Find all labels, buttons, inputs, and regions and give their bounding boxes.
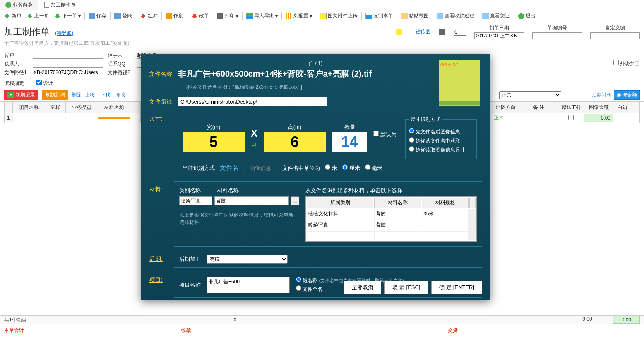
- void-button[interactable]: 作废: [163, 12, 185, 20]
- byamount-button[interactable]: ◉ 按金额: [614, 90, 640, 100]
- unit-m[interactable]: 米: [325, 164, 337, 172]
- next-icon: [54, 13, 61, 19]
- projectname-input[interactable]: 非凡广告+600: [207, 277, 290, 293]
- columns-button[interactable]: 列配置▾: [284, 12, 314, 20]
- total-amount: 0.00: [613, 316, 640, 324]
- unit-cm[interactable]: 厘米: [342, 164, 360, 172]
- upload-button[interactable]: 图文附件上传: [318, 12, 360, 20]
- add-record-button[interactable]: + 新增记录: [4, 90, 38, 100]
- recog-opt3[interactable]: 始终读取图像信息尺寸: [409, 146, 473, 154]
- width-input[interactable]: [183, 132, 245, 152]
- material-browse-button[interactable]: …: [291, 196, 299, 205]
- default1-check[interactable]: 默认为 1: [373, 131, 399, 145]
- date-input[interactable]: [474, 32, 524, 39]
- cancel-button[interactable]: 取 消 [ESC]: [384, 281, 428, 294]
- material-row[interactable]: 喷绘写真背胶: [307, 220, 476, 230]
- multi-material-label: 从文件名识别出多种材料，单击以下选择: [305, 187, 477, 194]
- new-button[interactable]: 新单: [2, 12, 24, 20]
- prev-icon: [26, 13, 33, 19]
- total-items: 共1个项目: [4, 316, 27, 324]
- viewvoucher-button[interactable]: 查看凭证: [480, 12, 512, 20]
- height-input[interactable]: [264, 132, 326, 152]
- col-edge[interactable]: 白边: [613, 102, 632, 113]
- tab-guide[interactable]: 业务向导: [0, 0, 38, 10]
- doc-icon: [44, 2, 49, 8]
- viewpay-button[interactable]: 查看收款过程: [435, 12, 476, 20]
- custom-label: 自定义编: [605, 24, 625, 31]
- col-note[interactable]: 备 注: [520, 102, 557, 113]
- col-image[interactable]: 图样: [45, 102, 66, 113]
- tab-order[interactable]: 加工制作单: [39, 0, 81, 10]
- height-label: 高(m): [288, 123, 302, 131]
- filepath-label: 文件路径: [149, 98, 178, 106]
- paste-button[interactable]: 粘贴截图: [399, 12, 431, 20]
- date-label: 制单日期: [489, 24, 509, 31]
- recog-opt2[interactable]: 始终从文件名中获取: [409, 137, 473, 145]
- outsource-check[interactable]: 外协加工: [613, 61, 640, 67]
- more-link[interactable]: 更多: [116, 92, 126, 99]
- category-input[interactable]: [179, 196, 212, 205]
- exit-button[interactable]: 退出: [516, 12, 538, 20]
- col-imgamt[interactable]: 图像金额: [584, 102, 613, 113]
- ok-button[interactable]: 确 定 [ENTER]: [431, 281, 482, 294]
- x-symbol: X: [251, 128, 257, 139]
- data-grid-right: 出图方向 备 注 赠送[F4] 图像金额 白边 正常 0.00: [491, 102, 640, 123]
- postproc-select[interactable]: 亮膜: [207, 255, 288, 264]
- qq-label: 联系QQ: [108, 60, 132, 68]
- material-table[interactable]: 所属类别材料名称材料规格 晗晗文化材料背胶35米 喷绘写真背胶: [305, 196, 477, 242]
- col-material[interactable]: 材料名称: [98, 102, 130, 113]
- prev-button[interactable]: 上一单: [24, 12, 51, 20]
- copy-button[interactable]: 复制本单: [363, 12, 395, 20]
- main-toolbar: 新单 上一单 下一单▾ 保存 登账 红冲 作废 改单 打印▾ 导入导出▾ 列配置…: [0, 10, 644, 22]
- projectname-label: 项目名称: [179, 281, 201, 289]
- postcalc-link[interactable]: 后期计价: [592, 92, 612, 99]
- page-title: 加工制作单: [4, 26, 50, 38]
- docno-input[interactable]: [532, 32, 582, 39]
- customer-label: 客户: [4, 52, 29, 59]
- modify-icon: [191, 13, 198, 19]
- material-row[interactable]: 晗晗文化材料背胶35米: [307, 209, 476, 219]
- status-select[interactable]: 正常: [499, 91, 561, 99]
- filepath-input[interactable]: [178, 97, 327, 106]
- thumbnail: 招商不动产: [439, 60, 480, 106]
- status-sub[interactable]: (待登账): [55, 30, 73, 36]
- save-button[interactable]: 保存: [87, 12, 108, 20]
- custom-input[interactable]: [590, 32, 640, 39]
- onekey-link[interactable]: 一键传图: [411, 28, 430, 35]
- movedown-link[interactable]: 下移↓: [101, 92, 113, 99]
- gift-check[interactable]: [568, 115, 574, 120]
- col-biztype[interactable]: 业务类型: [66, 102, 98, 113]
- delete-link[interactable]: 删除: [72, 92, 82, 99]
- grid-row-right[interactable]: 正常 0.00: [491, 113, 639, 123]
- design-check[interactable]: 设计: [36, 80, 53, 87]
- next-button[interactable]: 下一单▾: [52, 12, 83, 20]
- moveup-link[interactable]: 上移↑: [85, 92, 97, 99]
- material-input[interactable]: [214, 196, 289, 205]
- recog-opt1[interactable]: 先文件名后图像信息: [409, 128, 473, 135]
- copy-add-button[interactable]: 复制新增: [42, 90, 68, 100]
- modify-button[interactable]: 改单: [189, 12, 211, 20]
- swap-icon[interactable]: ⇄: [252, 141, 257, 148]
- col-gift[interactable]: 赠送[F4]: [557, 102, 584, 113]
- unit-mm[interactable]: 毫米: [365, 164, 383, 172]
- post-icon: [114, 13, 121, 19]
- cancel-all-button[interactable]: 全部取消: [344, 281, 381, 294]
- import-export-button[interactable]: 导入导出▾: [244, 12, 280, 20]
- customer-input[interactable]: [33, 52, 103, 59]
- grid-row[interactable]: 1: [5, 113, 140, 123]
- spin-input[interactable]: [454, 28, 466, 36]
- qty-input[interactable]: [332, 132, 367, 152]
- dim-section-label: 尺寸:: [149, 115, 163, 123]
- page-header: 加工制作单 (待登账) 于广告业务订单录入，支持自已加工或"外发加工"项目混开 …: [0, 22, 644, 50]
- col-project[interactable]: 项目名称: [13, 102, 45, 113]
- red-button[interactable]: 红冲: [138, 12, 160, 20]
- image-info[interactable]: 图像信息: [250, 164, 271, 172]
- postproc-label: 后期加工: [179, 256, 201, 263]
- contact-input[interactable]: [33, 60, 103, 68]
- post-button[interactable]: 登账: [112, 12, 134, 20]
- path1-input[interactable]: [33, 69, 103, 76]
- print-button[interactable]: 打印▾: [215, 12, 240, 20]
- page-desc: 于广告业务订单录入，支持自已加工或"外发加工"项目混开: [4, 40, 640, 47]
- importexport-icon: [246, 13, 253, 19]
- col-dir[interactable]: 出图方向: [491, 102, 520, 113]
